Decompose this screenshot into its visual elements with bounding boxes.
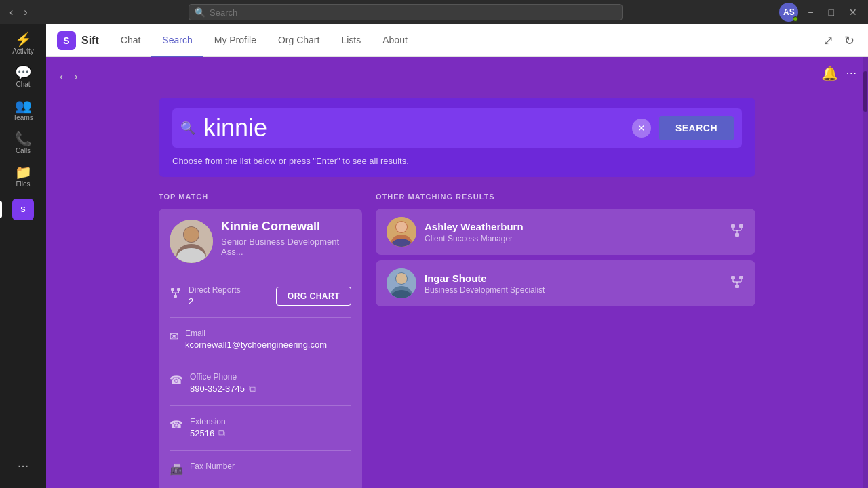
sidebar-item-files[interactable]: 📁 Files bbox=[0, 160, 46, 193]
other-results-section: OTHER MATCHING RESULTS bbox=[376, 192, 755, 488]
sidebar-item-more[interactable]: ··· bbox=[0, 453, 46, 477]
copy-phone-button[interactable]: ⧉ bbox=[249, 383, 256, 394]
sidebar-item-teams[interactable]: 👥 Teams bbox=[0, 94, 46, 127]
nav-chat[interactable]: Chat bbox=[110, 24, 152, 57]
nav-about[interactable]: About bbox=[372, 24, 418, 57]
ingar-org-icon[interactable] bbox=[730, 274, 745, 293]
sidebar-item-calls[interactable]: 📞 Calls bbox=[0, 127, 46, 160]
copy-extension-button[interactable]: ⧉ bbox=[218, 428, 225, 439]
card-divider bbox=[170, 274, 351, 274]
svg-rect-7 bbox=[174, 295, 177, 298]
ashley-name: Ashley Weatherburn bbox=[425, 221, 722, 232]
sift-app-icon: S bbox=[12, 199, 34, 220]
back-button[interactable]: ‹ bbox=[5, 5, 17, 20]
email-row: ✉ Email kcornewall1@tychoengineering.com bbox=[170, 323, 351, 355]
nav-orgchart[interactable]: Org Chart bbox=[267, 24, 330, 57]
sidebar-item-label: Chat bbox=[16, 81, 30, 88]
kinnie-avatar bbox=[170, 220, 213, 263]
svg-rect-17 bbox=[731, 224, 735, 228]
svg-rect-6 bbox=[177, 288, 180, 291]
top-match-section: TOP MATCH bbox=[159, 192, 362, 488]
search-input[interactable] bbox=[210, 7, 616, 18]
result-ingar[interactable]: Ingar Shoute Business Development Specia… bbox=[376, 260, 755, 306]
top-match-header: Kinnie Cornewall Senior Business Develop… bbox=[170, 220, 351, 263]
extension-row: ☎ Extension 52516 ⧉ bbox=[170, 411, 351, 445]
app-name: Sift bbox=[81, 35, 99, 47]
maximize-button[interactable]: □ bbox=[823, 5, 840, 19]
sidebar-item-label: Teams bbox=[13, 114, 33, 121]
result-ashley[interactable]: Ashley Weatherburn Client Success Manage… bbox=[376, 209, 755, 255]
direct-reports-icon bbox=[170, 287, 182, 302]
scrollbar-thumb[interactable] bbox=[863, 71, 867, 112]
phone-value: 890-352-3745 ⧉ bbox=[190, 383, 351, 394]
nav-myprofile[interactable]: My Profile bbox=[203, 24, 267, 57]
sidebar-item-sift[interactable]: S bbox=[0, 193, 46, 226]
chat-icon: 💬 bbox=[15, 66, 32, 79]
results-area: TOP MATCH bbox=[159, 192, 755, 488]
activity-icon: ⚡ bbox=[15, 33, 32, 46]
ingar-info: Ingar Shoute Business Development Specia… bbox=[425, 272, 722, 295]
status-dot bbox=[793, 16, 798, 22]
minimize-button[interactable]: − bbox=[802, 5, 818, 19]
more-icon: ··· bbox=[18, 458, 29, 472]
direct-reports-label: Direct Reports bbox=[189, 285, 241, 295]
sidebar-item-label: Activity bbox=[12, 47, 34, 55]
extension-value: 52516 ⧉ bbox=[190, 428, 351, 439]
forward-button[interactable]: › bbox=[20, 5, 31, 20]
app-logo: S Sift bbox=[57, 31, 99, 50]
refresh-button[interactable]: ↻ bbox=[842, 30, 857, 51]
titlebar-left: ‹ › bbox=[5, 5, 32, 20]
svg-rect-5 bbox=[171, 288, 174, 291]
content-forward-button[interactable]: › bbox=[71, 68, 80, 85]
sidebar-item-label: Files bbox=[16, 180, 30, 188]
svg-rect-19 bbox=[735, 233, 739, 237]
files-icon: 📁 bbox=[15, 165, 32, 179]
titlebar-search[interactable]: 🔍 bbox=[189, 4, 623, 20]
nav-search[interactable]: Search bbox=[151, 24, 203, 57]
direct-reports-row: Direct Reports 2 ORG CHART bbox=[170, 280, 351, 312]
content-area: ‹ › 🔔 ··· 🔍 ✕ SEARCH Choose from the lis… bbox=[46, 57, 868, 488]
top-match-label: TOP MATCH bbox=[159, 192, 362, 201]
search-container: 🔍 ✕ SEARCH Choose from the list below or… bbox=[159, 98, 755, 177]
other-results-label: OTHER MATCHING RESULTS bbox=[376, 192, 755, 201]
org-chart-button[interactable]: ORG CHART bbox=[276, 287, 351, 306]
svg-point-4 bbox=[184, 227, 199, 242]
header-actions: ⤢ ↻ bbox=[821, 30, 857, 51]
card-divider-2 bbox=[170, 317, 351, 318]
app-header: S Sift Chat Search My Profile Org Chart … bbox=[46, 24, 868, 57]
email-label: Email bbox=[185, 329, 351, 338]
phone-label: Office Phone bbox=[190, 372, 351, 382]
sidebar-item-activity[interactable]: ⚡ Activity bbox=[0, 27, 46, 60]
bell-button[interactable]: 🔔 bbox=[821, 65, 838, 81]
avatar-svg bbox=[170, 220, 213, 263]
app-logo-icon: S bbox=[57, 31, 76, 50]
titlebar-right: AS − □ ✕ bbox=[779, 3, 863, 22]
content-back-button[interactable]: ‹ bbox=[57, 68, 66, 85]
close-button[interactable]: ✕ bbox=[844, 5, 863, 19]
svg-point-28 bbox=[396, 273, 407, 284]
kinnie-name: Kinnie Cornewall bbox=[221, 220, 351, 234]
fax-label: Fax Number bbox=[190, 462, 351, 471]
direct-reports-content: Direct Reports 2 ORG CHART bbox=[189, 285, 351, 306]
clear-search-button[interactable]: ✕ bbox=[632, 119, 651, 138]
nav-lists[interactable]: Lists bbox=[330, 24, 372, 57]
more-options-button[interactable]: ··· bbox=[846, 67, 857, 79]
sidebar-item-chat[interactable]: 💬 Chat bbox=[0, 60, 46, 94]
main-search-input[interactable] bbox=[203, 114, 624, 142]
email-value: kcornewall1@tychoengineering.com bbox=[185, 340, 351, 350]
ingar-role: Business Development Specialist bbox=[425, 285, 722, 295]
ashley-org-icon[interactable] bbox=[730, 223, 745, 241]
top-match-card: Kinnie Cornewall Senior Business Develop… bbox=[159, 209, 362, 488]
titlebar-nav: ‹ › bbox=[5, 5, 32, 20]
extension-label: Extension bbox=[190, 417, 351, 426]
sidebar-item-label: Calls bbox=[16, 147, 31, 155]
svg-point-16 bbox=[396, 222, 407, 232]
open-external-button[interactable]: ⤢ bbox=[821, 30, 836, 51]
app-container: ⚡ Activity 💬 Chat 👥 Teams 📞 Calls 📁 File… bbox=[0, 24, 868, 488]
card-divider-4 bbox=[170, 405, 351, 406]
search-button[interactable]: SEARCH bbox=[659, 116, 734, 140]
calls-icon: 📞 bbox=[15, 132, 32, 146]
card-divider-5 bbox=[170, 450, 351, 451]
ingar-name: Ingar Shoute bbox=[425, 272, 722, 284]
extension-icon: ☎ bbox=[170, 418, 183, 431]
